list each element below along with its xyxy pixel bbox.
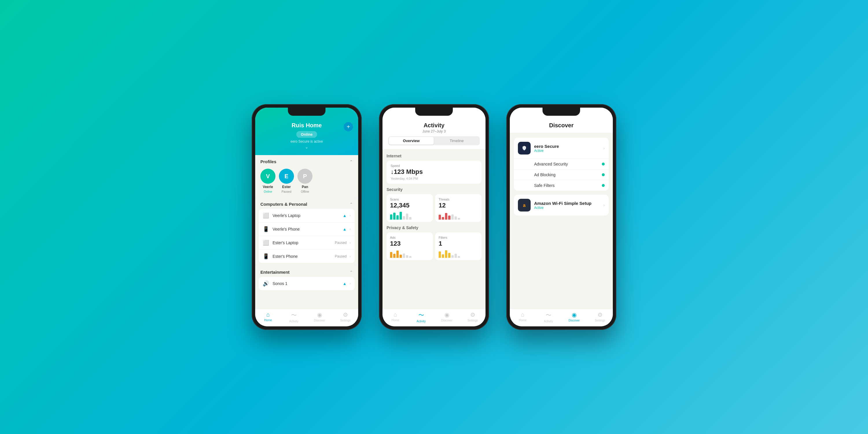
profile-pan[interactable]: P Pan Offline: [298, 169, 312, 193]
nav-activity-label: Activity: [416, 320, 426, 323]
nav-activity[interactable]: 〜 Activity: [408, 311, 434, 323]
nav-home[interactable]: ⌂ Home: [382, 311, 408, 323]
device-name: Veerle's Phone: [273, 227, 340, 231]
settings-nav-icon: ⚙: [343, 311, 348, 318]
eero-secure-chevron-icon: ›: [603, 146, 605, 151]
filters-card[interactable]: Filters 1: [435, 232, 482, 260]
ads-card[interactable]: Ads 123: [386, 232, 433, 260]
activity-body: Internet Speed ↓123 Mbps Yesterday, 4:04…: [382, 150, 486, 309]
security-cards: Scans 12,345 Threats: [386, 194, 482, 222]
computers-chevron-icon[interactable]: ⌃: [349, 202, 353, 207]
home-body: Profiles ⌃ V Veerle Online E Ester Pause…: [255, 155, 358, 309]
phones-container: + Ruis Home Online eero Secure is active…: [252, 104, 616, 330]
chevron-right-icon: ›: [349, 254, 351, 258]
active-dot-icon: [602, 173, 605, 176]
nav-discover[interactable]: ◉ Discover: [561, 311, 587, 323]
nav-activity[interactable]: 〜 Activity: [535, 311, 561, 323]
profile-status-veerle: Online: [264, 190, 272, 193]
profiles-title: Profiles: [260, 159, 276, 164]
tab-overview[interactable]: Overview: [389, 137, 434, 145]
privacy-cards: Ads 123 Filters: [386, 232, 482, 260]
wifi-icon: ▲: [343, 227, 347, 231]
profile-status-ester: Paused: [281, 190, 291, 193]
device-ester-laptop[interactable]: ⬜ Ester's Laptop Paused ›: [259, 236, 355, 250]
eero-secure-name: eero Secure: [534, 144, 603, 149]
device-status: Paused: [335, 241, 347, 245]
entertainment-section-header: Entertainment ⌃: [255, 266, 358, 277]
nav-home-label: Home: [519, 318, 527, 322]
feature-advanced-security[interactable]: Advanced Security: [514, 159, 609, 169]
active-dot-icon: [602, 163, 605, 165]
eero-secure-card: eero Secure Active › Advanced Security A…: [514, 138, 609, 191]
phone-discover: Discover eero Secure: [506, 104, 616, 330]
scans-card[interactable]: Scans 12,345: [386, 194, 433, 222]
nav-home-label: Home: [264, 318, 272, 322]
speaker-icon: 🔊: [263, 280, 270, 287]
computers-title: Computers & Personal: [260, 202, 307, 207]
device-sonos[interactable]: 🔊 Sonos 1 ▲ ›: [259, 277, 355, 290]
device-status: Paused: [335, 254, 347, 258]
tab-timeline[interactable]: Timeline: [434, 137, 479, 145]
profile-avatar-veerle: V: [260, 169, 275, 184]
eero-secure-status: Active: [534, 149, 603, 153]
chevron-down-icon[interactable]: ⌄: [261, 145, 352, 149]
phone-activity: Activity June 27–July 3 Overview Timelin…: [379, 104, 489, 330]
device-name: Veerle's Laptop: [273, 213, 340, 218]
nav-settings[interactable]: ⚙ Settings: [587, 311, 613, 323]
nav-home[interactable]: ⌂ Home: [255, 311, 281, 323]
profile-veerle[interactable]: V Veerle Online: [260, 169, 275, 193]
phone-icon: 📱: [263, 226, 270, 232]
ads-label: Ads: [390, 236, 429, 239]
scans-bars: [390, 211, 429, 220]
nav-settings[interactable]: ⚙ Settings: [460, 311, 486, 323]
activity-nav-icon: 〜: [291, 311, 297, 319]
nav-discover[interactable]: ◉ Discover: [307, 311, 333, 323]
ads-value: 123: [390, 240, 429, 247]
home-nav-icon: ⌂: [266, 311, 270, 318]
eero-secure-features: Advanced Security Ad Blocking Safe Filte…: [514, 159, 609, 191]
secure-text: eero Secure is active: [261, 140, 352, 144]
internet-section-title: Internet: [386, 154, 482, 158]
threats-card[interactable]: Threats 12: [435, 194, 482, 222]
device-name: Ester's Laptop: [273, 241, 332, 245]
device-ester-phone[interactable]: 📱 Ester's Phone Paused ›: [259, 250, 355, 263]
svg-text:a: a: [523, 203, 526, 208]
device-veerle-phone[interactable]: 📱 Veerle's Phone ▲ ›: [259, 222, 355, 236]
device-name: Sonos 1: [273, 281, 340, 286]
amazon-wifi-item[interactable]: a Amazon Wi-Fi Simple Setup Active ›: [514, 195, 609, 216]
safe-filters-label: Safe Filters: [518, 183, 602, 188]
speed-card[interactable]: Speed ↓123 Mbps Yesterday, 4:04 PM: [386, 161, 482, 184]
speed-time: Yesterday, 4:04 PM: [391, 177, 477, 180]
feature-ad-blocking[interactable]: Ad Blocking: [514, 169, 609, 180]
activity-title: Activity: [388, 122, 480, 129]
laptop-icon: ⬜: [263, 240, 270, 246]
nav-settings-label: Settings: [595, 319, 605, 322]
nav-activity[interactable]: 〜 Activity: [281, 311, 307, 323]
settings-nav-icon: ⚙: [597, 311, 603, 318]
nav-home-label: Home: [392, 318, 399, 322]
nav-settings-label: Settings: [340, 319, 350, 322]
add-button[interactable]: +: [344, 122, 353, 131]
speed-value: ↓123 Mbps: [391, 168, 477, 176]
entertainment-title: Entertainment: [260, 270, 290, 275]
ads-bars: [390, 249, 429, 258]
active-dot-icon: [602, 184, 605, 187]
amazon-wifi-name: Amazon Wi-Fi Simple Setup: [534, 201, 603, 206]
eero-secure-item[interactable]: eero Secure Active ›: [514, 138, 609, 159]
activity-nav-icon: 〜: [418, 311, 424, 319]
nav-home[interactable]: ⌂ Home: [510, 311, 535, 323]
phone-home: + Ruis Home Online eero Secure is active…: [252, 104, 362, 330]
wifi-icon: ▲: [343, 213, 347, 218]
entertainment-chevron-icon[interactable]: ⌃: [349, 270, 353, 275]
speed-label: Speed: [391, 164, 477, 167]
laptop-icon: ⬜: [263, 212, 270, 219]
profiles-chevron-icon[interactable]: ⌃: [349, 159, 353, 164]
nav-discover[interactable]: ◉ Discover: [434, 311, 460, 323]
home-bottom-nav: ⌂ Home 〜 Activity ◉ Discover ⚙ Settings: [255, 309, 358, 327]
feature-safe-filters[interactable]: Safe Filters: [514, 180, 609, 191]
device-veerle-laptop[interactable]: ⬜ Veerle's Laptop ▲ ›: [259, 209, 355, 222]
profile-avatar-ester: E: [279, 169, 294, 184]
eero-secure-icon: [518, 142, 531, 155]
nav-settings[interactable]: ⚙ Settings: [333, 311, 358, 323]
profile-ester[interactable]: E Ester Paused: [279, 169, 294, 193]
